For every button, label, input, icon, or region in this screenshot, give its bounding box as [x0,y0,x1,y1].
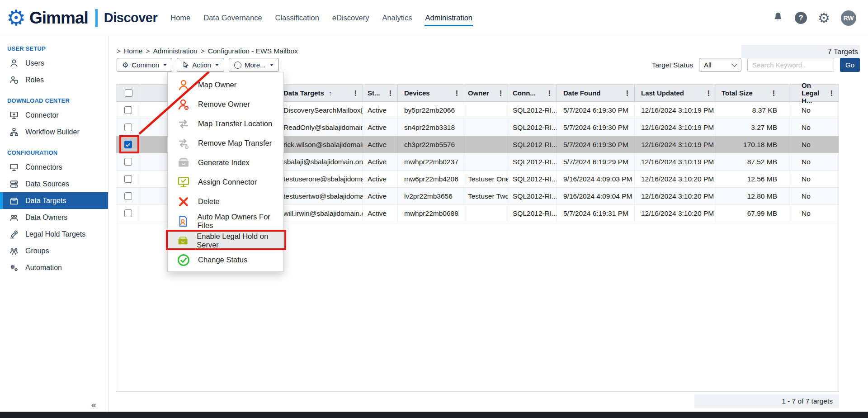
targets-count: 7 Targets [741,45,860,58]
breadcrumb-administration[interactable]: Administration [153,47,197,55]
column-header-last-updated[interactable]: Last Updated⋮ [635,85,716,101]
action-dropdown-menu: Map Owner Remove Owner Map Transfer Loca… [167,72,284,272]
column-menu-icon[interactable]: ⋮ [384,89,394,97]
sidebar-item-data-sources[interactable]: Data Sources [0,176,108,192]
nav-analytics[interactable]: Analytics [382,10,412,26]
select-all-checkbox-cell[interactable] [116,85,140,101]
row-checkbox-checked[interactable] [124,141,132,148]
sidebar-item-users[interactable]: Users [0,55,108,71]
go-button[interactable]: Go [840,58,860,72]
nav-home[interactable]: Home [170,10,191,26]
target-status-select[interactable]: All [699,58,741,72]
sidebar-collapse-icon[interactable]: « [91,400,96,410]
column-header-on-legal-hold[interactable]: On Legal H...⋮ [789,85,839,101]
sidebar-item-data-owners[interactable]: Data Owners [0,209,108,226]
sidebar-item-connector[interactable]: Connector [0,107,108,124]
row-checkbox[interactable] [124,106,132,114]
help-icon[interactable]: ? [795,12,807,24]
app-logo: ⚙ Gimmal Discover [6,7,157,29]
app-header: ⚙ Gimmal Discover Home Data Governance C… [0,0,868,36]
nav-ediscovery[interactable]: eDiscovery [332,10,370,26]
chevron-down-icon [731,61,737,67]
settings-gear-icon[interactable]: ⚙ [818,11,830,25]
menu-item-generate-index[interactable]: Generate Index [168,153,283,172]
row-checkbox[interactable] [124,175,132,183]
column-menu-icon[interactable]: ⋮ [349,89,359,97]
logo-secondary-text: Discover [104,10,158,25]
menu-item-map-transfer-location[interactable]: Map Transfer Location [168,114,283,133]
row-checkbox[interactable] [124,192,132,200]
user-avatar[interactable]: RW [841,10,856,26]
notifications-bell-icon[interactable] [772,11,784,25]
sidebar-item-workflow-builder[interactable]: Workflow Builder [0,124,108,140]
people-icon [9,213,19,223]
column-menu-icon[interactable]: ⋮ [451,89,460,97]
transfer-arrows-remove-icon [177,137,190,150]
user-icon [9,58,19,68]
cell-data-target: will.irwin@sbalajidomain.o... [282,205,363,222]
breadcrumb-home[interactable]: Home [124,47,142,55]
cell-data-target: DiscoverySearchMailbox{... [282,102,363,119]
archive-drawer-olive-icon [177,234,189,247]
groups-icon [9,246,19,256]
column-header-connector[interactable]: Conn...⋮ [508,85,557,101]
workflow-icon [9,127,19,137]
column-header-date-found[interactable]: Date Found⋮ [557,85,635,101]
column-menu-icon[interactable]: ⋮ [703,89,712,97]
section-title-user-setup: USER SETUP [7,45,108,52]
breadcrumb: > Home > Administration > Configuration … [117,47,298,55]
nav-administration[interactable]: Administration [425,10,473,26]
menu-item-assign-connector[interactable]: Assign Connector [168,172,283,192]
pagination-status: 1 - 7 of 7 targets [694,394,839,408]
sidebar-item-connectors[interactable]: Connectors [0,159,108,176]
caret-down-icon [215,64,219,66]
taskbar-strip [0,412,868,418]
menu-item-delete[interactable]: Delete [168,192,283,211]
row-checkbox[interactable] [124,124,132,131]
sidebar-item-data-targets[interactable]: Data Targets [0,192,108,209]
cell-data-target: ReadOnly@sbalajidomain.... [282,119,363,136]
sidebar-item-groups[interactable]: Groups [0,242,108,259]
nav-classification[interactable]: Classification [275,10,320,26]
archive-box-icon [9,196,19,206]
column-header-status[interactable]: St...⋮ [363,85,398,101]
sidebar-item-automation[interactable]: Automation [0,259,108,276]
row-checkbox[interactable] [124,158,132,166]
sidebar-item-legal-hold-targets[interactable]: Legal Hold Targets [0,226,108,242]
row-checkbox[interactable] [124,209,132,217]
transfer-arrows-icon [177,117,190,131]
sidebar: USER SETUP Users Roles DOWNLOAD CENTER C… [0,36,108,412]
select-all-checkbox[interactable] [125,89,132,97]
sidebar-item-roles[interactable]: Roles [0,71,108,88]
column-menu-icon[interactable]: ⋮ [495,89,504,97]
menu-item-remove-map-transfer[interactable]: Remove Map Transfer [168,133,283,153]
menu-item-remove-owner[interactable]: Remove Owner [168,95,283,114]
column-header-owner[interactable]: Owner⋮ [464,85,508,101]
menu-item-auto-map-owners[interactable]: Auto Map Owners For Files [168,211,283,231]
column-menu-icon[interactable]: ⋮ [543,89,553,97]
more-button[interactable]: ··· More... [229,58,279,72]
breadcrumb-separator: > [146,47,150,55]
section-title-configuration: CONFIGURATION [7,149,108,156]
person-icon [177,78,190,92]
column-menu-icon[interactable]: ⋮ [826,89,835,97]
column-menu-icon[interactable]: ⋮ [621,89,631,97]
breadcrumb-separator: > [117,47,121,55]
target-status-label: Target Status [652,61,693,69]
menu-item-enable-legal-hold[interactable]: Enable Legal Hold on Server [168,231,283,250]
column-header-devices[interactable]: Devices⋮ [398,85,464,101]
section-title-download-center: DOWNLOAD CENTER [7,97,108,104]
common-button[interactable]: ⚙ Common [117,58,172,72]
monitor-check-icon [177,176,190,189]
gimmal-gear-logo-icon: ⚙ [6,7,26,29]
menu-item-map-owner[interactable]: Map Owner [168,75,283,95]
column-header-total-size[interactable]: Total Size⋮ [716,85,789,101]
search-input[interactable] [747,58,834,72]
column-header-data-targets[interactable]: Data Targets↑⋮ [282,85,363,101]
action-button[interactable]: Action [177,58,224,72]
menu-item-change-status[interactable]: Change Status [168,250,283,270]
archive-drawer-icon [177,156,190,170]
delete-x-icon [177,195,190,209]
nav-data-governance[interactable]: Data Governance [203,10,262,26]
column-menu-icon[interactable]: ⋮ [768,89,777,97]
